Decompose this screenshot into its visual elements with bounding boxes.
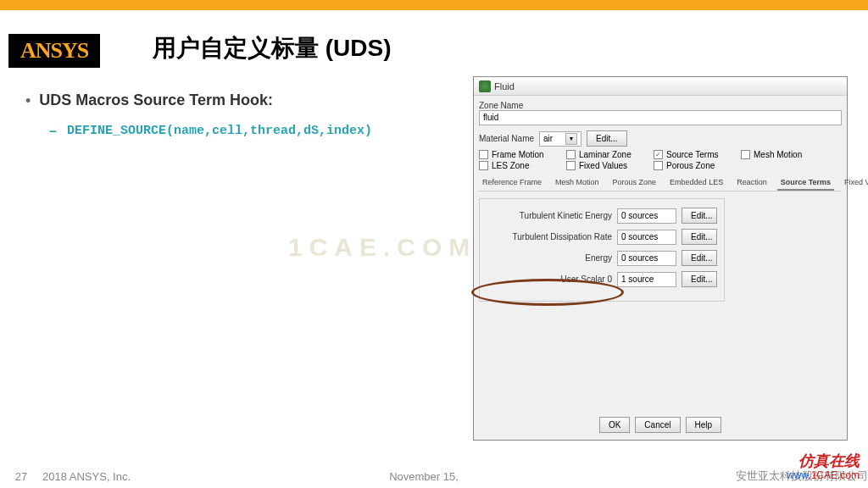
source-value: 0 sources	[617, 251, 676, 266]
zone-name-label: Zone Name	[479, 101, 842, 110]
slide-footer: 27 2018 ANSYS, Inc. November 15, 安世亚太科技股…	[0, 469, 868, 484]
checkbox-label: Laminar Zone	[579, 150, 632, 159]
frame-motion-checkbox[interactable]	[479, 150, 488, 159]
les-zone-checkbox[interactable]	[479, 161, 488, 170]
content-area: • UDS Macros Source Term Hook: – DEFINE_…	[25, 92, 449, 139]
date: November 15,	[339, 470, 509, 483]
tab-embedded-les[interactable]: Embedded LES	[666, 175, 726, 191]
page-title: 用户自定义标量 (UDS)	[153, 32, 392, 64]
edit-button[interactable]: Edit...	[682, 250, 717, 266]
porous-zone-checkbox[interactable]	[654, 161, 663, 170]
bullet-text: UDS Macros Source Term Hook:	[39, 92, 273, 109]
material-dropdown[interactable]: air ▼	[539, 131, 581, 147]
material-label: Material Name	[479, 134, 534, 143]
edit-button[interactable]: Edit...	[682, 229, 717, 245]
material-value: air	[543, 134, 553, 143]
checkbox-label: Fixed Values	[579, 161, 627, 170]
code-line: DEFINE_SOURCE(name,cell,thread,dS,index)	[67, 124, 372, 138]
copyright: 2018 ANSYS, Inc.	[42, 470, 339, 483]
source-label: User Scalar 0	[505, 274, 612, 284]
checkbox-label: Porous Zone	[666, 161, 715, 170]
tab-bar: Reference Frame Mesh Motion Porous Zone …	[479, 175, 842, 191]
source-label: Energy	[505, 253, 612, 263]
tab-fixed-values[interactable]: Fixed Values	[841, 175, 868, 191]
cancel-button[interactable]: Cancel	[635, 417, 680, 433]
dash-icon: –	[49, 124, 57, 139]
mesh-motion-checkbox[interactable]	[741, 150, 750, 159]
tab-reaction[interactable]: Reaction	[733, 175, 771, 191]
checkbox-label: Mesh Motion	[754, 150, 802, 159]
accent-bar	[0, 0, 868, 10]
tab-mesh-motion[interactable]: Mesh Motion	[552, 175, 603, 191]
ansys-logo: ANSYS	[8, 34, 100, 68]
edit-button[interactable]: Edit...	[682, 208, 717, 224]
ok-button[interactable]: OK	[599, 417, 630, 433]
source-label: Turbulent Kinetic Energy	[505, 211, 612, 220]
watermark: 1CAE.COM	[288, 233, 476, 262]
watermark-cn: 仿真在线	[787, 453, 860, 470]
source-terms-checkbox[interactable]	[654, 150, 663, 159]
fluid-dialog: Fluid Zone Name fluid Material Name air …	[473, 76, 848, 441]
tab-source-terms[interactable]: Source Terms	[777, 175, 834, 191]
app-icon	[479, 80, 491, 92]
material-edit-button[interactable]: Edit...	[587, 130, 627, 147]
bullet-icon: •	[25, 92, 31, 110]
edit-button[interactable]: Edit...	[682, 271, 717, 287]
checkbox-label: Source Terms	[666, 150, 719, 159]
options-grid: Frame Motion Laminar Zone Source Terms M…	[479, 150, 842, 170]
fixed-values-checkbox[interactable]	[566, 161, 576, 170]
watermark-logo: 仿真在线 www.1CAE.com	[787, 453, 860, 481]
dialog-footer: OK Cancel Help	[474, 417, 847, 433]
watermark-url: www.1CAE.com	[787, 470, 860, 481]
source-terms-group: Turbulent Kinetic Energy 0 sources Edit.…	[479, 198, 725, 302]
tab-porous-zone[interactable]: Porous Zone	[609, 175, 660, 191]
dialog-title: Fluid	[494, 81, 515, 92]
page-number: 27	[0, 470, 42, 483]
help-button[interactable]: Help	[686, 417, 722, 433]
source-value: 0 sources	[617, 208, 676, 224]
chevron-down-icon[interactable]: ▼	[565, 133, 577, 145]
laminar-zone-checkbox[interactable]	[566, 150, 576, 159]
checkbox-label: LES Zone	[492, 161, 529, 170]
checkbox-label: Frame Motion	[492, 150, 544, 159]
zone-name-input[interactable]: fluid	[479, 110, 842, 125]
dialog-titlebar: Fluid	[474, 77, 847, 96]
source-value: 1 source	[617, 272, 676, 287]
tab-reference-frame[interactable]: Reference Frame	[479, 175, 545, 191]
source-value: 0 sources	[617, 230, 676, 245]
source-label: Turbulent Dissipation Rate	[505, 232, 612, 241]
